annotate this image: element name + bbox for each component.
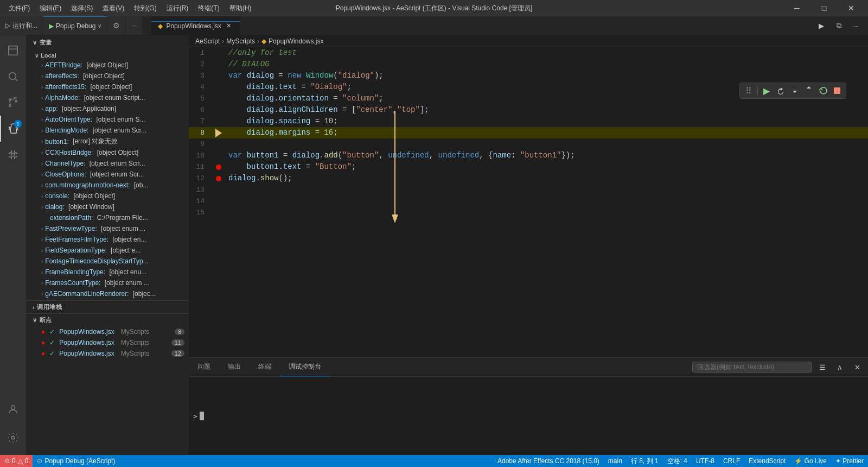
run-tab[interactable]: ▷ 运行和... xyxy=(0,16,43,35)
code-content-15[interactable] xyxy=(224,207,868,218)
status-location[interactable]: Adobe After Effects CC 2018 (15.0) xyxy=(493,455,604,467)
menu-edit[interactable]: 编辑(E) xyxy=(35,3,66,14)
console-close-btn[interactable]: ✕ xyxy=(851,361,864,374)
activity-explorer[interactable] xyxy=(0,37,26,64)
var-frameblendingtype[interactable]: › FrameBlendingType: [object enu... xyxy=(26,267,189,277)
breakpoint-12-dot[interactable] xyxy=(216,176,221,181)
menu-view[interactable]: 查看(V) xyxy=(98,3,129,14)
panel-tab-debug-console[interactable]: 调试控制台 xyxy=(280,358,330,376)
code-content-12[interactable]: dialog.show(); xyxy=(224,173,868,184)
console-filter-input[interactable] xyxy=(692,362,812,373)
activity-extensions[interactable] xyxy=(0,142,26,168)
code-content-10[interactable]: var button1 = dialog.add("button", undef… xyxy=(224,150,868,161)
var-blendingmode[interactable]: › BlendingMode: [object enum Scr... xyxy=(26,125,189,136)
var-feetframesfilmtype[interactable]: › FeetFramesFilmType: [object en... xyxy=(26,234,189,245)
status-language[interactable]: ExtendScript xyxy=(744,455,790,467)
var-button1[interactable]: › button1: [error] 对象无效 xyxy=(26,136,189,147)
debug-drag-handle[interactable]: ⠿ xyxy=(742,84,755,97)
callstack-header[interactable]: › 调用堆栈 xyxy=(26,301,189,313)
debug-step-into-button[interactable] xyxy=(788,84,801,97)
var-aeftbridge[interactable]: › AEFTBridge: [object Object] xyxy=(26,60,189,71)
var-framescounttype[interactable]: › FramesCountType: [object enum ... xyxy=(26,277,189,288)
breakpoint-item-11[interactable]: ● ✓ PopupWindows.jsx MyScripts 11 xyxy=(26,337,189,348)
breadcrumb-part-3[interactable]: ◆ PopupWindows.jsx xyxy=(261,37,323,45)
breadcrumb-part-1[interactable]: AeScript xyxy=(195,37,220,45)
status-debug-errors[interactable]: ⊙ 0 △ 0 xyxy=(0,455,33,467)
menu-terminal[interactable]: 终端(T) xyxy=(194,3,224,14)
debug-restart-button[interactable] xyxy=(816,84,829,97)
breakpoint-item-12[interactable]: ● ✓ PopupWindows.jsx MyScripts 12 xyxy=(26,348,189,359)
console-list-view-btn[interactable]: ☰ xyxy=(816,361,829,374)
code-content-14[interactable] xyxy=(224,195,868,207)
code-editor[interactable]: 1 //only for test 2 // DIALOG 3 v xyxy=(189,47,868,218)
activity-settings[interactable] xyxy=(0,425,26,451)
console-collapse-btn[interactable]: ∧ xyxy=(833,361,846,374)
run-file-button[interactable]: ▶ xyxy=(814,18,829,33)
var-dialog[interactable]: › dialog: [object Window] xyxy=(26,201,189,212)
split-editor-button[interactable]: ⧉ xyxy=(831,18,846,33)
code-content-13[interactable] xyxy=(224,184,868,195)
var-extensionpath[interactable]: extensionPath: C:/Program File... xyxy=(26,212,189,223)
menu-goto[interactable]: 转到(G) xyxy=(130,3,161,14)
activity-search[interactable] xyxy=(0,64,26,90)
activity-avatar[interactable] xyxy=(0,396,26,422)
debug-stop-button[interactable] xyxy=(831,84,844,97)
code-content-1[interactable]: //only for test xyxy=(224,47,868,59)
local-section-label[interactable]: ∨ Local xyxy=(26,51,189,60)
more-tab[interactable]: ··· xyxy=(126,16,143,35)
code-content-6[interactable]: dialog.alignChildren = ["center","top"]; xyxy=(224,104,868,116)
variables-section-header[interactable]: ∨ 变量 xyxy=(26,35,189,50)
breakpoint-item-8[interactable]: ● ✓ PopupWindows.jsx MyScripts 8 xyxy=(26,326,189,337)
var-console[interactable]: › console: [object Object] xyxy=(26,191,189,201)
more-actions-button[interactable]: ··· xyxy=(848,18,864,33)
status-prettier[interactable]: ✦ Prettier xyxy=(831,455,868,467)
panel-tab-problems[interactable]: 问题 xyxy=(189,358,219,376)
status-encoding[interactable]: UTF-8 xyxy=(692,455,719,467)
status-debugger[interactable]: ⊙ Popup Debug (AeScript) xyxy=(33,455,119,467)
debug-step-out-button[interactable] xyxy=(802,84,815,97)
var-fastpreviewtype[interactable]: › FastPreviewType: [object enum ... xyxy=(26,223,189,234)
menu-help[interactable]: 帮助(H) xyxy=(225,3,256,14)
var-channeltype[interactable]: › ChannelType: [object enum Scri... xyxy=(26,158,189,169)
code-content-7[interactable]: dialog.spacing = 10; xyxy=(224,116,868,127)
code-content-8[interactable]: dialog.margins = 16; xyxy=(224,127,868,138)
activity-debug[interactable] xyxy=(0,116,26,142)
code-content-2[interactable]: // DIALOG xyxy=(224,59,868,70)
close-button[interactable]: ✕ xyxy=(839,0,864,16)
settings-tab[interactable]: ⚙ xyxy=(107,16,126,35)
var-closeoptions[interactable]: › CloseOptions: [object enum Scr... xyxy=(26,169,189,180)
var-gaecmdlinerenderer[interactable]: › gAECommandLineRenderer: [objec... xyxy=(26,288,189,299)
panel-tab-output[interactable]: 输出 xyxy=(219,358,250,376)
var-alphamode[interactable]: › AlphaMode: [object enum Script... xyxy=(26,92,189,103)
maximize-button[interactable]: □ xyxy=(812,0,837,16)
var-aftereffects15[interactable]: › aftereffects15: [object Object] xyxy=(26,81,189,92)
status-spaces[interactable]: 空格: 4 xyxy=(663,455,692,467)
status-position[interactable]: 行 8, 列 1 xyxy=(627,455,663,467)
breakpoints-header[interactable]: ∨ 断点 xyxy=(26,314,189,326)
var-app[interactable]: › app: [object Application] xyxy=(26,103,189,114)
menu-select[interactable]: 选择(S) xyxy=(67,3,97,14)
var-aftereffects[interactable]: › aftereffects: [object Object] xyxy=(26,71,189,81)
popup-debug-tab[interactable]: ▶ Popup Debug ∨ xyxy=(43,16,107,35)
var-com-mtmograph[interactable]: › com.mtmograph.motion-next: [ob... xyxy=(26,180,189,191)
menu-run[interactable]: 运行(R) xyxy=(162,3,193,14)
code-content-9[interactable] xyxy=(224,138,868,150)
menu-file[interactable]: 文件(F) xyxy=(4,3,34,14)
debug-step-over-button[interactable] xyxy=(774,84,787,97)
var-ccxhostbridge[interactable]: › CCXHostBridge: [object Object] xyxy=(26,147,189,158)
status-branch[interactable]: main xyxy=(604,455,627,467)
status-line-ending[interactable]: CRLF xyxy=(719,455,744,467)
debug-continue-button[interactable]: ▶ xyxy=(760,84,773,97)
var-fieldseparationtype[interactable]: › FieldSeparationType: [object e... xyxy=(26,245,189,256)
status-go-live[interactable]: ⚡ Go Live xyxy=(790,455,831,467)
activity-git[interactable] xyxy=(0,90,26,116)
code-content-11[interactable]: button1.text = "Button"; xyxy=(224,161,868,173)
file-tab-popupwindows[interactable]: ◆ PopupWindows.jsx ✕ xyxy=(151,21,240,30)
var-autoorienttype[interactable]: › AutoOrientType: [object enum S... xyxy=(26,114,189,125)
breakpoint-11-dot[interactable] xyxy=(216,165,221,170)
var-footagetimecode[interactable]: › FootageTimecodeDisplayStartTyp... xyxy=(26,256,189,267)
file-tab-close[interactable]: ✕ xyxy=(225,22,233,30)
breadcrumb-part-2[interactable]: MyScripts xyxy=(226,37,255,45)
panel-tab-terminal[interactable]: 终端 xyxy=(250,358,280,376)
code-content-3[interactable]: var dialog = new Window("dialog"); xyxy=(224,70,868,81)
